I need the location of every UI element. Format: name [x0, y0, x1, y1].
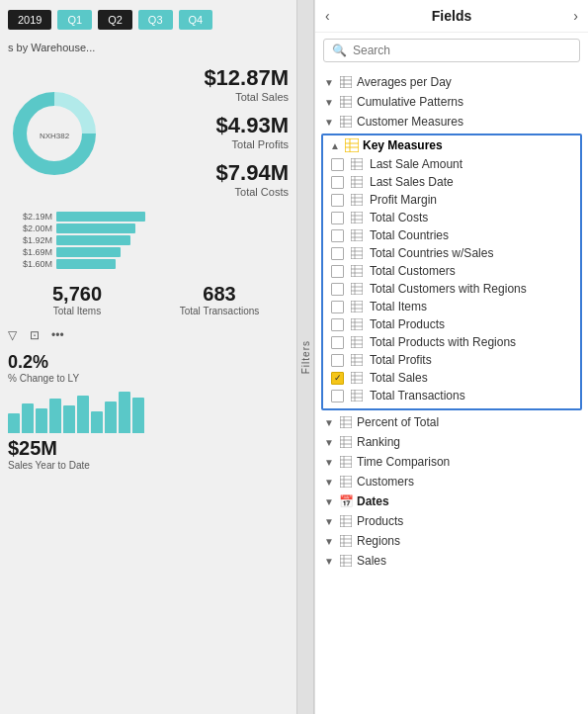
table-keymeasures-icon — [345, 138, 359, 152]
q1-button[interactable]: Q1 — [57, 10, 92, 30]
bar-row-3: $1.92M — [8, 235, 289, 245]
km-item-total-products[interactable]: Total Products — [323, 315, 580, 333]
table-percent-icon — [339, 415, 353, 429]
year-button[interactable]: 2019 — [8, 10, 51, 30]
km-item-total-costs[interactable]: Total Costs — [323, 209, 580, 226]
km-icon-last-sales-date — [350, 175, 364, 189]
bar-row-1: $2.19M — [8, 212, 289, 222]
km-checkbox-total-countries[interactable] — [331, 229, 344, 242]
km-checkbox-total-products[interactable] — [331, 318, 344, 331]
chevron-regions-icon: ▼ — [323, 536, 335, 547]
km-checkbox-last-sales-date[interactable] — [331, 176, 344, 189]
bar-label-5: $1.60M — [8, 259, 52, 269]
km-label-total-customers-regions: Total Customers with Regions — [370, 282, 527, 296]
mini-bar-1 — [8, 413, 20, 433]
key-measures-group: ▲ Key Measures Last Sale Amount — [321, 134, 582, 410]
km-checkbox-profit-margin[interactable] — [331, 194, 344, 207]
chevron-percent-icon: ▼ — [323, 417, 335, 428]
km-label-total-transactions: Total Transactions — [370, 389, 465, 402]
km-label-total-items: Total Items — [370, 300, 427, 313]
km-checkbox-total-transactions[interactable] — [331, 390, 344, 402]
total-profits-label: Total Profits — [232, 138, 289, 150]
table-averages-icon — [339, 75, 353, 89]
tree-item-customers[interactable]: ▼ Customers — [315, 472, 588, 491]
bar-label-4: $1.69M — [8, 247, 52, 257]
right-panel: ‹ Fields › 🔍 ▼ Averages per Day ▼ Cumula… — [314, 0, 588, 714]
km-checkbox-total-products-regions[interactable] — [331, 336, 344, 349]
tree-item-regions[interactable]: ▼ Regions — [315, 531, 588, 551]
sales-ytd-label: Sales Year to Date — [0, 460, 296, 471]
tree-item-ranking[interactable]: ▼ Ranking — [315, 432, 588, 452]
tree-item-sales[interactable]: ▼ Sales — [315, 551, 588, 571]
table-regions-icon — [339, 534, 353, 548]
search-input[interactable] — [353, 44, 571, 57]
svg-rect-42 — [351, 265, 363, 277]
km-item-total-transactions[interactable]: Total Transactions — [323, 387, 580, 404]
tree-item-percent-of-total[interactable]: ▼ Percent of Total — [315, 412, 588, 432]
km-label-total-customers: Total Customers — [370, 264, 456, 278]
tree-item-cumulative[interactable]: ▼ Cumulative Patterns — [315, 92, 588, 112]
km-item-last-sales-date[interactable]: Last Sales Date — [323, 173, 580, 191]
svg-rect-6 — [340, 96, 352, 108]
search-icon: 🔍 — [332, 44, 347, 57]
search-box[interactable]: 🔍 — [323, 39, 580, 62]
tree-item-averages[interactable]: ▼ Averages per Day — [315, 72, 588, 92]
svg-rect-58 — [351, 336, 363, 348]
total-items-value: 5,760 — [52, 283, 102, 306]
km-item-total-countries-sales[interactable]: Total Countries w/Sales — [323, 244, 580, 262]
expand-fields-button[interactable]: › — [573, 8, 578, 24]
q4-button[interactable]: Q4 — [179, 10, 213, 30]
km-item-total-profits[interactable]: Total Profits — [323, 351, 580, 369]
bar-label-2: $2.00M — [8, 223, 52, 233]
bar-row-2: $2.00M — [8, 223, 289, 233]
total-items-stat: 5,760 Total Items — [8, 283, 146, 316]
sales-ytd-value: $25M — [0, 437, 296, 460]
filter-icon[interactable]: ▽ — [8, 328, 24, 344]
key-measures-header[interactable]: ▲ Key Measures — [323, 135, 580, 155]
km-icon-total-customers — [350, 264, 364, 278]
km-item-total-countries[interactable]: Total Countries — [323, 226, 580, 244]
fields-header: ‹ Fields › — [315, 0, 588, 33]
mini-bar-9 — [119, 392, 130, 433]
km-checkbox-total-sales[interactable] — [331, 372, 344, 385]
bar-chart-area: $2.19M $2.00M $1.92M $1.69M $1.60M — [0, 206, 296, 275]
km-item-profit-margin[interactable]: Profit Margin — [323, 191, 580, 209]
focus-icon[interactable]: ⊡ — [30, 328, 45, 344]
svg-rect-66 — [351, 372, 363, 384]
km-item-total-customers[interactable]: Total Customers — [323, 262, 580, 280]
chevron-dates-icon: ▼ — [323, 496, 335, 507]
q2-button[interactable]: Q2 — [98, 10, 132, 30]
km-item-total-customers-regions[interactable]: Total Customers with Regions — [323, 280, 580, 298]
chevron-averages-icon: ▼ — [323, 77, 335, 88]
km-checkbox-total-countries-sales[interactable] — [331, 247, 344, 260]
km-checkbox-total-costs[interactable] — [331, 212, 344, 224]
more-icon[interactable]: ••• — [51, 328, 67, 344]
km-icon-total-profits — [350, 353, 364, 367]
km-icon-total-sales — [350, 371, 364, 385]
tree-item-time-comparison[interactable]: ▼ Time Comparison — [315, 452, 588, 472]
q3-button[interactable]: Q3 — [138, 10, 173, 30]
km-checkbox-total-customers[interactable] — [331, 265, 344, 278]
km-item-total-products-regions[interactable]: Total Products with Regions — [323, 333, 580, 351]
cumulative-label: Cumulative Patterns — [357, 95, 463, 109]
table-sales-icon — [339, 554, 353, 568]
km-item-total-sales[interactable]: Total Sales — [323, 369, 580, 387]
tree-item-customer[interactable]: ▼ Customer Measures — [315, 112, 588, 132]
mini-bar-10 — [132, 398, 144, 433]
regions-label: Regions — [357, 534, 400, 548]
percent-change-label: % Change to LY — [8, 373, 289, 384]
mini-bar-6 — [77, 396, 89, 433]
tree-item-dates[interactable]: ▼ 📅 Dates — [315, 491, 588, 511]
km-checkbox-last-sale-amount[interactable] — [331, 158, 344, 171]
percent-change-value: 0.2% — [8, 352, 289, 373]
donut-label: NXH382 — [39, 132, 69, 140]
collapse-fields-button[interactable]: ‹ — [325, 8, 330, 24]
tree-item-products[interactable]: ▼ Products — [315, 511, 588, 531]
km-checkbox-total-items[interactable] — [331, 301, 344, 313]
km-item-last-sale-amount[interactable]: Last Sale Amount — [323, 155, 580, 173]
svg-rect-94 — [340, 535, 352, 547]
km-checkbox-total-customers-regions[interactable] — [331, 283, 344, 296]
filter-tab[interactable]: Filters — [296, 0, 314, 714]
km-item-total-items[interactable]: Total Items — [323, 298, 580, 315]
km-checkbox-total-profits[interactable] — [331, 354, 344, 367]
